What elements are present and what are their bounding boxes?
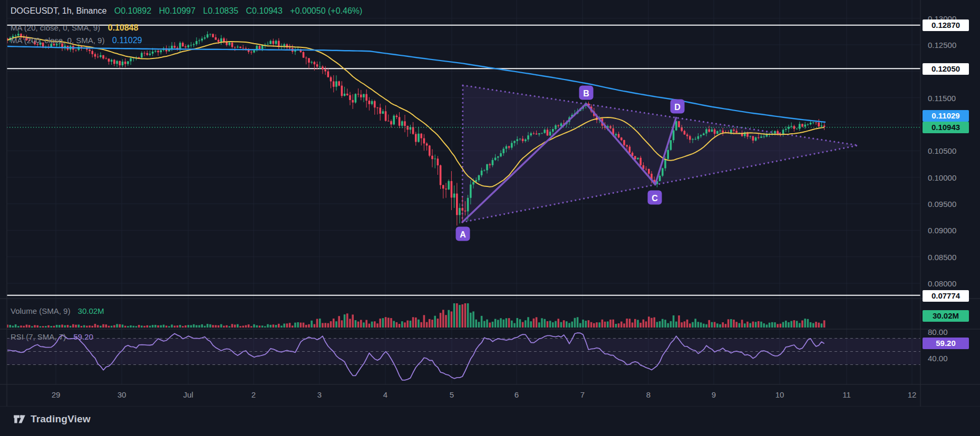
price-axis-tick: 0.08000	[928, 279, 956, 288]
axis-badge-level-12050: 0.12050	[923, 63, 969, 75]
time-axis-label: 8	[637, 390, 660, 399]
svg-text:B: B	[583, 89, 589, 98]
ma200-label: MA (200, close, 0, SMA, 9)	[11, 36, 104, 45]
price-axis-tick: 80.00	[928, 328, 948, 336]
axis-badge-volume-sma: 30.02M	[923, 310, 969, 322]
time-axis-label: 30	[110, 390, 133, 399]
svg-text:D: D	[674, 103, 681, 112]
chart-plot-area[interactable]: ABCD	[0, 0, 980, 407]
ma20-value: 0.10848	[108, 23, 139, 32]
time-axis-label: 2	[242, 390, 265, 399]
volume-legend[interactable]: Volume (SMA, 9) 30.02M	[11, 306, 104, 315]
ohlc-change: +0.00050 (+0.46%)	[290, 6, 362, 15]
pattern-point-label-a[interactable]: A	[456, 227, 470, 241]
ma20-legend[interactable]: MA (20, close, 0, SMA, 9) 0.10848	[11, 23, 138, 33]
svg-text:A: A	[460, 230, 466, 239]
rsi-pane[interactable]	[7, 333, 920, 380]
ma200-line	[7, 46, 826, 122]
time-axis[interactable]: 2930Jul23456789101112	[0, 384, 980, 407]
time-axis-label: 3	[308, 390, 331, 399]
price-axis-tick: 0.09500	[928, 200, 956, 209]
rsi-legend[interactable]: RSI (7, SMA, 7) 59.20	[11, 332, 93, 341]
time-axis-label: 7	[571, 390, 594, 399]
symbol-title: DOGEUSDT, 1h, Binance	[11, 6, 106, 15]
ohlc-open: O0.10892	[114, 6, 151, 15]
axis-badge-level-07774: 0.07774	[923, 290, 969, 302]
ma200-legend[interactable]: MA (200, close, 0, SMA, 9) 0.11029	[11, 36, 142, 45]
tradingview-logo[interactable]: TradingView	[13, 412, 91, 426]
time-axis-label: Jul	[177, 390, 200, 399]
axis-badge-level-12870: 0.12870	[923, 19, 969, 31]
ohlc-low: L0.10835	[203, 6, 238, 15]
time-axis-label: 6	[505, 390, 528, 399]
footer-bar: TradingView	[0, 407, 980, 436]
price-axis-tick: 0.12500	[928, 41, 956, 49]
volume-series	[6, 303, 825, 328]
time-axis-label: 5	[440, 390, 463, 399]
price-axis-tick: 0.11500	[928, 94, 956, 103]
time-axis-label: 11	[835, 390, 858, 399]
rsi-value: 59.20	[73, 332, 93, 341]
ma20-label: MA (20, close, 0, SMA, 9)	[11, 23, 100, 32]
price-axis[interactable]: 0.130000.125000.115000.105000.100000.095…	[920, 0, 980, 407]
price-pane[interactable]: ABCD	[6, 25, 920, 295]
volume-value: 30.02M	[78, 306, 104, 315]
axis-badge-last-price: 0.10943	[923, 122, 969, 133]
pattern-point-label-b[interactable]: B	[579, 86, 594, 100]
ohlc-high: H0.10997	[159, 6, 195, 15]
time-axis-label: 10	[768, 390, 791, 399]
price-axis-tick: 0.08500	[928, 253, 956, 262]
tradingview-logo-text: TradingView	[31, 413, 91, 425]
symbol-ohlc-legend[interactable]: DOGEUSDT, 1h, Binance O0.10892 H0.10997 …	[11, 6, 362, 16]
ohlc-close: C0.10943	[246, 6, 283, 15]
ma200-value: 0.11029	[112, 36, 142, 45]
price-axis-tick: 0.09000	[928, 226, 956, 235]
axis-badge-ma200-price: 0.11029	[923, 110, 969, 122]
pattern-point-label-d[interactable]: D	[671, 100, 685, 114]
price-axis-tick: 0.10500	[928, 146, 956, 155]
axis-badge-rsi-value: 59.20	[923, 338, 969, 349]
rsi-label: RSI (7, SMA, 7)	[11, 332, 66, 341]
price-axis-tick: 40.00	[928, 354, 948, 363]
time-axis-label: 9	[702, 390, 725, 399]
pattern-point-label-c[interactable]: C	[648, 191, 662, 205]
time-axis-label: 29	[44, 390, 67, 399]
price-axis-tick: 0.10000	[928, 173, 956, 182]
svg-text:C: C	[652, 194, 658, 203]
time-axis-label: 4	[374, 390, 397, 399]
volume-label: Volume (SMA, 9)	[11, 306, 70, 315]
tradingview-logo-icon	[13, 412, 26, 426]
tradingview-chart-window: ABCD DOGEUSDT, 1h, Binance O0.10892 H0.1…	[0, 0, 980, 436]
